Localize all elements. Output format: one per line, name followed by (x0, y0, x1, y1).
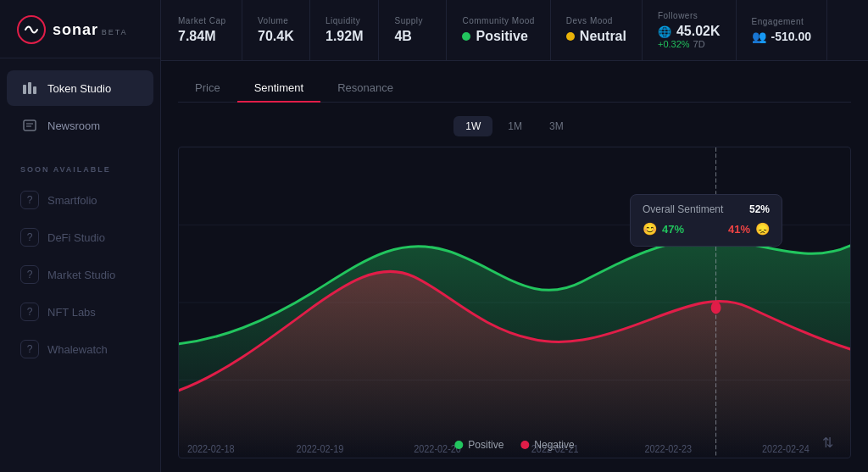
newsroom-label: Newsroom (47, 119, 100, 132)
globe-icon: 🌐 (658, 25, 671, 38)
time-btn-3m[interactable]: 3M (537, 116, 576, 136)
metric-followers: Followers 🌐 45.02K +0.32% 7D (643, 0, 737, 60)
newsroom-icon (20, 116, 39, 135)
tooltip-header-label: Overall Sentiment (643, 203, 723, 215)
svg-text:2022-02-23: 2022-02-23 (644, 442, 692, 455)
market-studio-label: Market Studio (47, 269, 115, 281)
legend-negative-label: Negative (534, 439, 574, 451)
sidebar: sonar BETA Token Studio N (0, 0, 161, 472)
content-area: Price Sentiment Resonance 1W 1M 3M (161, 61, 868, 472)
whale-question-icon: ? (20, 340, 39, 358)
sentiment-chart: 2022-02-18 2022-02-19 2022-02-20 2022-02… (178, 147, 851, 458)
nft-labs-label: NFT Labs (47, 306, 96, 319)
tooltip-header: Overall Sentiment 52% (643, 203, 770, 215)
followers-period: 7D (693, 39, 705, 49)
metric-community-mood: Community Mood Positive (447, 0, 550, 60)
engagement-icon: 👥 (752, 30, 766, 43)
tooltip-negative-pct: 41% (728, 223, 750, 236)
followers-value: 🌐 45.02K (658, 24, 721, 39)
tab-resonance[interactable]: Resonance (320, 75, 410, 103)
token-studio-label: Token Studio (47, 82, 111, 95)
community-mood-dot (462, 32, 470, 41)
tab-price[interactable]: Price (178, 75, 237, 103)
nft-question-icon: ? (20, 303, 39, 321)
sidebar-item-whalewatch: ? Whalewatch (7, 331, 153, 367)
svg-rect-1 (23, 85, 26, 94)
time-btn-1m[interactable]: 1M (496, 116, 534, 136)
token-studio-icon (20, 79, 39, 97)
svg-rect-2 (28, 82, 31, 94)
topbar: Market Cap 7.84M Volume 70.4K Liquidity … (161, 0, 868, 61)
sidebar-item-market-studio: ? Market Studio (7, 257, 153, 292)
followers-change: +0.32% (658, 39, 690, 49)
chart-tooltip: Overall Sentiment 52% 😊 47% 41% 😞 (630, 194, 782, 247)
tooltip-negative-emoji: 😞 (755, 222, 770, 236)
legend-positive-label: Positive (468, 439, 504, 451)
logo-text-group: sonar BETA (53, 21, 128, 39)
tooltip-positive-pct: 47% (662, 223, 684, 236)
tooltip-positive-emoji: 😊 (643, 222, 657, 236)
community-mood-label: Community Mood (462, 16, 534, 25)
sort-icon[interactable]: ⇅ (822, 435, 833, 451)
soon-label: SOON AVAILABLE (0, 155, 160, 180)
smartfolio-label: Smartfolio (47, 194, 97, 207)
time-btn-1w[interactable]: 1W (453, 116, 492, 136)
sidebar-item-defi-studio: ? DeFi Studio (7, 219, 153, 255)
smartfolio-question-icon: ? (20, 191, 39, 209)
sidebar-item-nft-labs: ? NFT Labs (7, 294, 153, 330)
volume-value: 70.4K (258, 29, 294, 44)
supply-value: 4B (394, 29, 431, 44)
chart-legend: Positive Negative (454, 439, 574, 451)
metric-liquidity: Liquidity 1.92M (310, 0, 379, 60)
soon-nav: ? Smartfolio ? DeFi Studio ? Market Stud… (0, 180, 160, 369)
svg-text:2022-02-19: 2022-02-19 (297, 442, 344, 455)
market-cap-label: Market Cap (178, 16, 226, 25)
legend-positive: Positive (454, 439, 504, 451)
app-name: sonar (53, 21, 98, 38)
svg-rect-3 (33, 86, 36, 94)
market-cap-value: 7.84M (178, 29, 226, 44)
metric-market-cap: Market Cap 7.84M (175, 0, 242, 60)
devs-mood-label: Devs Mood (566, 16, 626, 25)
main-nav: Token Studio Newsroom (0, 58, 160, 155)
legend-positive-dot (454, 441, 463, 449)
supply-label: Supply (394, 16, 431, 25)
liquidity-value: 1.92M (326, 29, 363, 44)
tooltip-positive-row: 😊 47% 41% 😞 (643, 222, 770, 236)
defi-question-icon: ? (20, 228, 39, 247)
svg-point-12 (712, 303, 721, 313)
svg-text:2022-02-18: 2022-02-18 (187, 442, 235, 455)
svg-text:2022-02-24: 2022-02-24 (762, 442, 810, 455)
metric-devs-mood: Devs Mood Neutral (551, 0, 643, 60)
legend-negative-dot (520, 441, 529, 449)
sidebar-item-newsroom[interactable]: Newsroom (7, 108, 153, 143)
engagement-label: Engagement (752, 17, 811, 26)
legend-negative: Negative (520, 439, 574, 451)
market-question-icon: ? (20, 265, 39, 284)
app-beta: BETA (102, 28, 128, 36)
metric-supply: Supply 4B (379, 0, 447, 60)
devs-mood-dot (566, 32, 575, 41)
main-content: Market Cap 7.84M Volume 70.4K Liquidity … (161, 0, 868, 472)
tooltip-overall-pct: 52% (749, 203, 770, 215)
devs-mood-value: Neutral (566, 29, 626, 44)
svg-rect-4 (24, 120, 36, 130)
sidebar-item-token-studio[interactable]: Token Studio (7, 70, 153, 106)
volume-label: Volume (258, 16, 294, 25)
metric-volume: Volume 70.4K (242, 0, 310, 60)
engagement-value: 👥 -510.00 (752, 30, 811, 43)
followers-label: Followers (658, 11, 721, 20)
tab-sentiment[interactable]: Sentiment (237, 75, 321, 103)
logo-area: sonar BETA (0, 0, 160, 58)
community-mood-value: Positive (462, 29, 534, 44)
tab-bar: Price Sentiment Resonance (178, 75, 851, 103)
liquidity-label: Liquidity (326, 16, 363, 25)
whalewatch-label: Whalewatch (47, 343, 108, 356)
sidebar-item-smartfolio: ? Smartfolio (7, 182, 153, 218)
defi-studio-label: DeFi Studio (47, 231, 105, 244)
metric-engagement: Engagement 👥 -510.00 (737, 0, 827, 60)
logo-icon (17, 15, 46, 44)
time-selector: 1W 1M 3M (178, 116, 851, 136)
followers-sub: +0.32% 7D (658, 39, 721, 49)
